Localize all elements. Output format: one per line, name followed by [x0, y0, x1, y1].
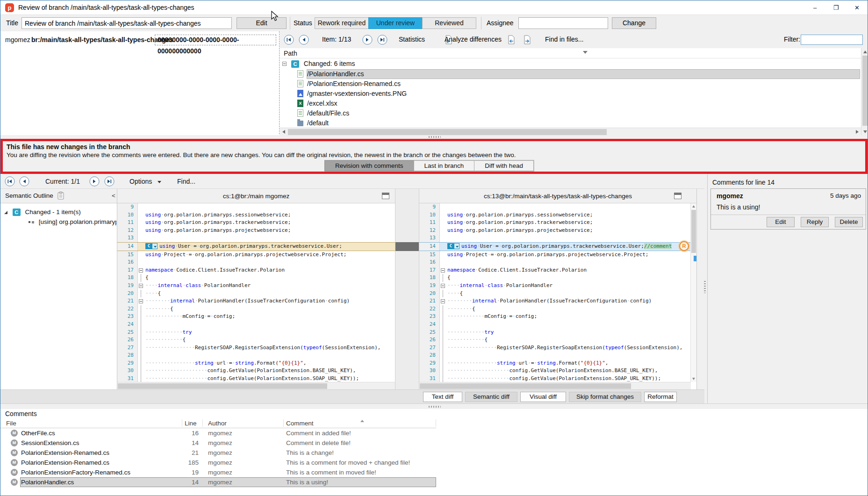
right-vscroll-thumb[interactable] — [691, 210, 696, 253]
comment-row[interactable]: MPolarionHandler.cs14mgomezThis is a usi… — [0, 477, 436, 487]
column-divider[interactable] — [436, 419, 436, 427]
code-line-12[interactable]: 12using·org.polarion.primaryps.projectwe… — [419, 227, 690, 235]
banner-button-revision-with-comments[interactable]: Revision with comments — [324, 160, 414, 171]
scroll-left-icon[interactable] — [282, 130, 285, 134]
last-diff-icon[interactable] — [104, 176, 115, 187]
badge-dropdown-icon[interactable] — [152, 243, 158, 249]
code-line-29[interactable]: 29················string·url·=·string.Fo… — [419, 359, 690, 367]
prev-item-icon[interactable] — [299, 35, 309, 45]
banner-button-last-in-branch[interactable]: Last in branch — [414, 160, 475, 171]
fold-collapse-icon[interactable] — [138, 297, 144, 305]
code-line-26[interactable]: 26············{ — [117, 336, 395, 344]
semantic-diff-button[interactable]: Semantic diff — [465, 392, 517, 402]
code-line-16[interactable]: 16 — [419, 259, 690, 266]
comments-splitter[interactable] — [0, 403, 868, 409]
code-line-11[interactable]: 11using·org.polarion.primaryps.trackerwe… — [117, 219, 395, 227]
splitter-grip2[interactable] — [429, 406, 441, 408]
collapse-panel-button[interactable]: < — [112, 192, 115, 199]
tree-root-row[interactable]: C Changed: 6 items — [280, 58, 861, 69]
code-line-15[interactable]: 15using·Project·=·org.polarion.primaryps… — [419, 251, 690, 259]
code-line-31[interactable]: 31····················config.GetValue(Po… — [117, 375, 395, 382]
fold-collapse-icon[interactable] — [440, 282, 446, 290]
fold-collapse-icon[interactable] — [440, 297, 446, 305]
maximize-pane-icon[interactable] — [382, 193, 389, 199]
next-file-diff-icon[interactable] — [523, 35, 533, 45]
change-button[interactable]: Change — [612, 17, 656, 29]
reply-comment-button[interactable]: Reply — [801, 217, 829, 227]
code-line-14[interactable]: 14Cusing·User·=·org.polarion.primaryps.t… — [419, 242, 690, 251]
next-item-icon[interactable] — [362, 35, 373, 45]
left-hscroll-thumb[interactable] — [118, 383, 327, 389]
code-line-25[interactable]: 25············try — [419, 329, 690, 337]
code-line-28[interactable]: 28 — [419, 352, 690, 359]
scroll-right-icon[interactable] — [856, 130, 859, 134]
prev-diff-icon[interactable] — [19, 176, 29, 187]
column-header-comment[interactable]: Comment — [286, 418, 314, 428]
expanded-triangle-icon[interactable] — [4, 211, 7, 214]
tree-hscrollbar[interactable] — [280, 128, 861, 136]
code-line-24[interactable]: 24 — [419, 321, 690, 329]
code-line-17[interactable]: 17namespace·Codice.Client.IssueTracker.P… — [117, 266, 395, 274]
comments-table-header[interactable]: FileLineAuthorComment — [0, 418, 436, 428]
comment-row[interactable]: MSessionExtension.cs14mgomezComment in d… — [0, 438, 436, 448]
scroll-up-icon[interactable] — [863, 50, 867, 53]
last-item-icon[interactable] — [377, 35, 387, 45]
find-in-files-button[interactable]: Find in files... — [545, 36, 583, 43]
code-line-14[interactable]: 14Cusing·User·=·org.polarion.primaryps.t… — [117, 242, 395, 251]
path-column-header[interactable]: Path — [280, 48, 861, 58]
code-line-9[interactable]: 9 — [117, 203, 395, 211]
column-divider[interactable] — [283, 419, 284, 427]
left-code-hscrollbar[interactable] — [117, 382, 395, 389]
options-menu-button[interactable]: Options — [129, 178, 161, 185]
code-line-18[interactable]: 18{ — [117, 274, 395, 282]
column-header-author[interactable]: Author — [208, 418, 227, 428]
changed-line-badge-icon[interactable]: C — [447, 243, 454, 249]
badge-dropdown-icon[interactable] — [454, 243, 459, 249]
splitter-grip[interactable] — [429, 136, 441, 138]
status-option-rework-required[interactable]: Rework required — [315, 17, 369, 29]
review-title-input[interactable] — [22, 17, 232, 29]
status-option-reviewed[interactable]: Reviewed — [422, 17, 476, 29]
banner-button-diff-with-head[interactable]: Diff with head — [474, 160, 534, 171]
outline-root-row[interactable]: C Changed - 1 item(s) — [4, 208, 81, 216]
right-hscroll-thumb[interactable] — [420, 383, 631, 389]
code-line-25[interactable]: 25············try — [117, 329, 395, 337]
visual-diff-button[interactable]: Visual diff — [520, 392, 566, 402]
code-line-10[interactable]: 10using·org.polarion.primaryps.sessionwe… — [117, 211, 395, 219]
code-line-15[interactable]: 15using·Project·=·org.polarion.primaryps… — [117, 251, 395, 259]
code-line-19[interactable]: 19····internal·class·PolarionHandler — [419, 282, 690, 290]
scroll-down-icon[interactable] — [692, 378, 695, 380]
comment-row[interactable]: MPolarionExtension-Renamed.cs185mgomezTh… — [0, 458, 436, 467]
code-line-20[interactable]: 20····{ — [117, 290, 395, 298]
comment-row[interactable]: MPolarionExtensionFactory-Renamed.cs19mg… — [0, 467, 436, 477]
code-line-23[interactable]: 23············mConfig·=·config; — [117, 313, 395, 321]
assignee-input[interactable] — [518, 17, 608, 29]
horizontal-splitter[interactable] — [0, 135, 868, 139]
first-item-icon[interactable] — [284, 35, 294, 45]
code-line-21[interactable]: 21········internal·PolarionHandler(Issue… — [117, 297, 395, 305]
code-line-19[interactable]: 19····internal·class·PolarionHandler — [117, 282, 395, 290]
tree-vscrollbar[interactable] — [861, 48, 868, 136]
statistics-button[interactable]: Statistics — [399, 36, 425, 43]
code-line-22[interactable]: 22········{ — [117, 305, 395, 313]
code-line-20[interactable]: 20····{ — [419, 290, 690, 298]
skip-format-changes-button[interactable]: Skip format changes — [569, 392, 641, 402]
prev-file-diff-icon[interactable] — [507, 35, 517, 45]
review-comment-marker[interactable]: R — [679, 241, 689, 251]
column-header-line[interactable]: Line — [185, 418, 197, 428]
tree-file-row[interactable]: /PolarionExtension-Renamed.cs — [280, 79, 861, 89]
code-line-31[interactable]: 31····················config.GetValue(Po… — [419, 375, 690, 382]
analyze-differences-button[interactable]: Analyze differences — [445, 36, 502, 43]
scroll-down-icon[interactable] — [863, 130, 867, 133]
delete-comment-button[interactable]: Delete — [835, 217, 863, 227]
code-line-21[interactable]: 21········internal·PolarionHandler(Issue… — [419, 297, 690, 305]
code-line-26[interactable]: 26············{ — [419, 336, 690, 344]
status-option-under-review[interactable]: Under review — [368, 17, 423, 29]
minimize-button[interactable]: – — [804, 0, 825, 15]
tree-file-row[interactable]: /PolarionHandler.cs — [280, 69, 861, 79]
column-header-file[interactable]: File — [6, 418, 16, 428]
fold-collapse-icon[interactable] — [138, 282, 144, 290]
code-line-10[interactable]: 10using·org.polarion.primaryps.sessionwe… — [419, 211, 690, 219]
code-line-27[interactable]: 27················RegisterSOAP.RegisterS… — [419, 344, 690, 352]
scroll-up-icon[interactable] — [692, 205, 695, 208]
